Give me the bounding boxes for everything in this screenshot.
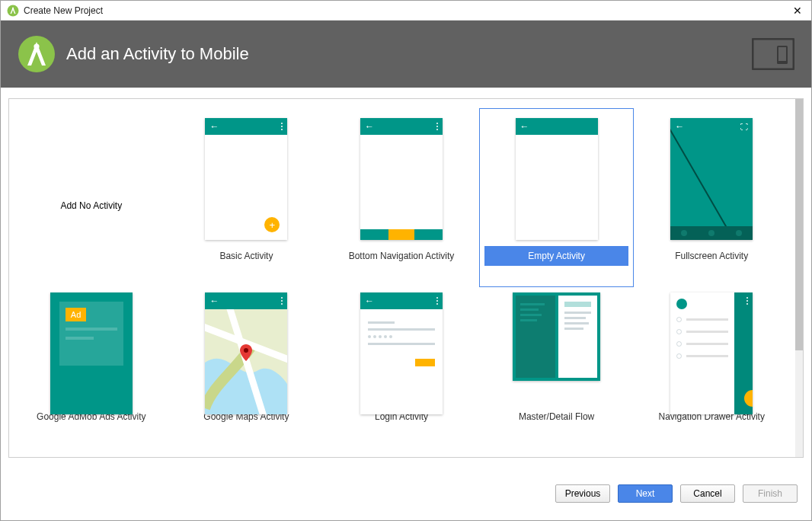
fab-icon: + [264,217,280,232]
wizard-footer: Previous Next Cancel Finish [1,467,811,520]
template-thumb-admob: Ad [50,292,133,414]
template-navigation-drawer-activity[interactable]: Navigation Drawer Activity [634,287,789,448]
scrollbar-thumb[interactable] [795,99,803,350]
expand-icon: ⛶ [740,123,748,131]
back-arrow-icon: ← [209,121,219,132]
titlebar: Create New Project ✕ [1,1,811,21]
template-thumb-master-detail [513,292,600,381]
template-thumb-empty: ← [516,118,598,240]
template-thumb-login: ← [360,292,443,414]
svg-rect-6 [778,47,786,61]
back-arrow-icon: ← [675,121,684,132]
back-arrow-icon: ← [209,296,219,306]
window-title: Create New Project [24,5,790,16]
template-add-no-activity[interactable]: Add No Activity [14,108,169,287]
more-icon [281,297,283,305]
template-google-maps-activity[interactable]: ← [169,287,324,448]
more-icon [436,123,438,130]
template-thumb-fullscreen: ← ⛶ [670,118,753,240]
scrollbar-track[interactable] [795,99,803,457]
android-studio-logo [18,35,56,73]
wizard-header: Add an Activity to Mobile [1,21,811,88]
template-label: Empty Activity [528,251,585,261]
template-fullscreen-activity[interactable]: ← ⛶ Fullscreen Activity [634,108,789,287]
template-label: Fullscreen Activity [675,251,748,261]
more-icon [281,123,283,130]
template-label: Master/Detail Flow [519,411,594,422]
template-bottom-navigation-activity[interactable]: ← Bottom Navigation Activity [324,108,479,287]
template-login-activity[interactable]: ← Login Activity [324,287,479,448]
template-thumb-maps: ← [205,292,287,414]
more-icon [436,297,438,305]
template-google-admob-ads-activity[interactable]: Ad Google AdMob Ads Activity [14,287,169,448]
close-icon[interactable]: ✕ [790,5,805,17]
template-empty-activity[interactable]: ← Empty Activity [479,108,635,287]
template-thumb-none: Add No Activity [47,113,135,245]
previous-button[interactable]: Previous [555,484,610,503]
template-label: Bottom Navigation Activity [349,251,455,261]
wizard-title: Add an Activity to Mobile [66,44,249,64]
android-studio-icon [7,5,19,17]
template-list: Add No Activity ← + Basic Activity [8,98,804,458]
back-arrow-icon: ← [365,296,374,306]
svg-point-0 [8,5,19,16]
ad-badge: Ad [66,308,86,321]
svg-point-8 [244,348,248,353]
template-thumb-bottom-nav: ← [360,118,443,240]
svg-point-2 [18,36,55,72]
template-basic-activity[interactable]: ← + Basic Activity [169,108,324,287]
template-thumb-nav-drawer [670,292,753,414]
svg-point-1 [12,7,14,8]
next-button[interactable]: Next [618,484,673,503]
template-master-detail-flow[interactable]: Master/Detail Flow [479,287,635,448]
finish-button: Finish [743,484,798,503]
svg-point-3 [34,43,39,49]
template-thumb-basic: ← + [205,118,287,240]
cancel-button[interactable]: Cancel [680,484,735,503]
template-label: Basic Activity [219,251,273,261]
device-icon [752,38,794,70]
template-label: Add No Activity [60,200,122,211]
back-arrow-icon: ← [520,121,529,132]
back-arrow-icon: ← [365,121,374,132]
